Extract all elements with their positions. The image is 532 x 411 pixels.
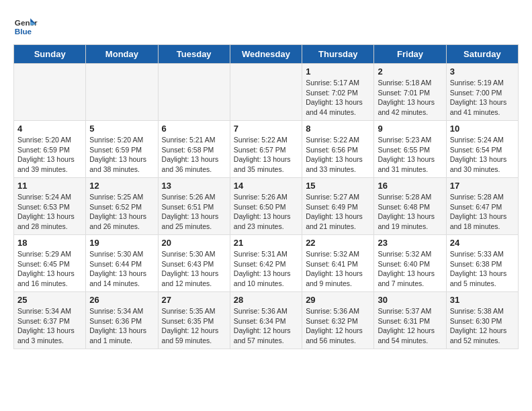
- day-number: 25: [17, 295, 82, 305]
- day-number: 19: [89, 238, 154, 248]
- day-info: Sunrise: 5:38 AM Sunset: 6:30 PM Dayligh…: [450, 306, 515, 346]
- day-number: 14: [234, 181, 298, 191]
- weekday-header-saturday: Saturday: [446, 45, 518, 64]
- weekday-header-row: SundayMondayTuesdayWednesdayThursdayFrid…: [14, 45, 519, 64]
- day-info: Sunrise: 5:35 AM Sunset: 6:35 PM Dayligh…: [162, 306, 226, 346]
- calendar-cell: 4Sunrise: 5:20 AM Sunset: 6:59 PM Daylig…: [14, 121, 86, 178]
- weekday-header-tuesday: Tuesday: [158, 45, 230, 64]
- weekday-header-monday: Monday: [86, 45, 158, 64]
- calendar-cell: 16Sunrise: 5:28 AM Sunset: 6:48 PM Dayli…: [374, 178, 446, 235]
- calendar-cell: 10Sunrise: 5:24 AM Sunset: 6:54 PM Dayli…: [446, 121, 518, 178]
- calendar-cell: 7Sunrise: 5:22 AM Sunset: 6:57 PM Daylig…: [230, 121, 302, 178]
- day-info: Sunrise: 5:28 AM Sunset: 6:47 PM Dayligh…: [450, 192, 515, 232]
- svg-text:Blue: Blue: [15, 27, 32, 36]
- calendar-week-row: 18Sunrise: 5:29 AM Sunset: 6:45 PM Dayli…: [14, 235, 519, 292]
- day-number: 1: [306, 66, 370, 77]
- day-info: Sunrise: 5:30 AM Sunset: 6:43 PM Dayligh…: [162, 249, 226, 289]
- calendar-cell: 2Sunrise: 5:18 AM Sunset: 7:01 PM Daylig…: [374, 64, 446, 121]
- calendar-week-row: 25Sunrise: 5:34 AM Sunset: 6:37 PM Dayli…: [14, 292, 519, 349]
- day-info: Sunrise: 5:25 AM Sunset: 6:52 PM Dayligh…: [89, 192, 154, 232]
- day-number: 23: [378, 238, 442, 248]
- weekday-header-sunday: Sunday: [14, 45, 86, 64]
- day-number: 26: [89, 295, 154, 305]
- weekday-header-thursday: Thursday: [302, 45, 374, 64]
- logo-icon: General Blue: [13, 13, 38, 38]
- calendar-cell: 1Sunrise: 5:17 AM Sunset: 7:02 PM Daylig…: [302, 64, 374, 121]
- day-info: Sunrise: 5:24 AM Sunset: 6:53 PM Dayligh…: [17, 192, 82, 232]
- calendar-week-row: 1Sunrise: 5:17 AM Sunset: 7:02 PM Daylig…: [14, 64, 519, 121]
- day-info: Sunrise: 5:26 AM Sunset: 6:50 PM Dayligh…: [234, 192, 298, 232]
- calendar-cell: 12Sunrise: 5:25 AM Sunset: 6:52 PM Dayli…: [86, 178, 158, 235]
- day-info: Sunrise: 5:29 AM Sunset: 6:45 PM Dayligh…: [17, 249, 82, 289]
- day-info: Sunrise: 5:22 AM Sunset: 6:56 PM Dayligh…: [306, 135, 370, 175]
- day-info: Sunrise: 5:36 AM Sunset: 6:32 PM Dayligh…: [306, 306, 370, 346]
- day-number: 11: [17, 181, 82, 191]
- day-info: Sunrise: 5:32 AM Sunset: 6:41 PM Dayligh…: [306, 249, 370, 289]
- day-number: 31: [450, 295, 515, 305]
- day-number: 13: [162, 181, 226, 191]
- calendar-cell: 27Sunrise: 5:35 AM Sunset: 6:35 PM Dayli…: [158, 292, 230, 349]
- day-number: 24: [450, 238, 515, 248]
- calendar-cell: 3Sunrise: 5:19 AM Sunset: 7:00 PM Daylig…: [446, 64, 518, 121]
- calendar-cell: 23Sunrise: 5:32 AM Sunset: 6:40 PM Dayli…: [374, 235, 446, 292]
- day-number: 5: [89, 124, 154, 134]
- day-info: Sunrise: 5:24 AM Sunset: 6:54 PM Dayligh…: [450, 135, 515, 175]
- day-number: 21: [234, 238, 298, 248]
- calendar-cell: 26Sunrise: 5:34 AM Sunset: 6:36 PM Dayli…: [86, 292, 158, 349]
- calendar-week-row: 11Sunrise: 5:24 AM Sunset: 6:53 PM Dayli…: [14, 178, 519, 235]
- day-info: Sunrise: 5:37 AM Sunset: 6:31 PM Dayligh…: [378, 306, 442, 346]
- day-number: 28: [234, 295, 298, 305]
- calendar-week-row: 4Sunrise: 5:20 AM Sunset: 6:59 PM Daylig…: [14, 121, 519, 178]
- day-info: Sunrise: 5:26 AM Sunset: 6:51 PM Dayligh…: [162, 192, 226, 232]
- calendar-cell: 8Sunrise: 5:22 AM Sunset: 6:56 PM Daylig…: [302, 121, 374, 178]
- calendar-cell: 21Sunrise: 5:31 AM Sunset: 6:42 PM Dayli…: [230, 235, 302, 292]
- calendar-cell: 31Sunrise: 5:38 AM Sunset: 6:30 PM Dayli…: [446, 292, 518, 349]
- calendar-cell: 19Sunrise: 5:30 AM Sunset: 6:44 PM Dayli…: [86, 235, 158, 292]
- day-info: Sunrise: 5:30 AM Sunset: 6:44 PM Dayligh…: [89, 249, 154, 289]
- calendar-cell: 15Sunrise: 5:27 AM Sunset: 6:49 PM Dayli…: [302, 178, 374, 235]
- calendar-cell: 28Sunrise: 5:36 AM Sunset: 6:34 PM Dayli…: [230, 292, 302, 349]
- day-info: Sunrise: 5:22 AM Sunset: 6:57 PM Dayligh…: [234, 135, 298, 175]
- day-info: Sunrise: 5:27 AM Sunset: 6:49 PM Dayligh…: [306, 192, 370, 232]
- day-info: Sunrise: 5:28 AM Sunset: 6:48 PM Dayligh…: [378, 192, 442, 232]
- calendar-table: SundayMondayTuesdayWednesdayThursdayFrid…: [13, 44, 519, 349]
- calendar-cell: 18Sunrise: 5:29 AM Sunset: 6:45 PM Dayli…: [14, 235, 86, 292]
- day-number: 20: [162, 238, 226, 248]
- day-number: 22: [306, 238, 370, 248]
- day-info: Sunrise: 5:34 AM Sunset: 6:36 PM Dayligh…: [89, 306, 154, 346]
- calendar-cell: 13Sunrise: 5:26 AM Sunset: 6:51 PM Dayli…: [158, 178, 230, 235]
- day-number: 10: [450, 124, 515, 134]
- day-number: 30: [378, 295, 442, 305]
- day-number: 7: [234, 124, 298, 134]
- weekday-header-friday: Friday: [374, 45, 446, 64]
- calendar-cell: 11Sunrise: 5:24 AM Sunset: 6:53 PM Dayli…: [14, 178, 86, 235]
- day-number: 8: [306, 124, 370, 134]
- weekday-header-wednesday: Wednesday: [230, 45, 302, 64]
- calendar-cell: 30Sunrise: 5:37 AM Sunset: 6:31 PM Dayli…: [374, 292, 446, 349]
- day-info: Sunrise: 5:17 AM Sunset: 7:02 PM Dayligh…: [306, 78, 370, 118]
- day-number: 27: [162, 295, 226, 305]
- day-info: Sunrise: 5:21 AM Sunset: 6:58 PM Dayligh…: [162, 135, 226, 175]
- day-number: 6: [162, 124, 226, 134]
- calendar-cell: [14, 64, 86, 121]
- calendar-cell: 20Sunrise: 5:30 AM Sunset: 6:43 PM Dayli…: [158, 235, 230, 292]
- calendar-cell: 22Sunrise: 5:32 AM Sunset: 6:41 PM Dayli…: [302, 235, 374, 292]
- day-number: 9: [378, 124, 442, 134]
- page-header: General Blue: [13, 13, 519, 38]
- calendar-cell: 25Sunrise: 5:34 AM Sunset: 6:37 PM Dayli…: [14, 292, 86, 349]
- day-info: Sunrise: 5:34 AM Sunset: 6:37 PM Dayligh…: [17, 306, 82, 346]
- day-number: 2: [378, 66, 442, 77]
- day-number: 4: [17, 124, 82, 134]
- day-info: Sunrise: 5:31 AM Sunset: 6:42 PM Dayligh…: [234, 249, 298, 289]
- calendar-cell: [158, 64, 230, 121]
- day-info: Sunrise: 5:33 AM Sunset: 6:38 PM Dayligh…: [450, 249, 515, 289]
- day-number: 12: [89, 181, 154, 191]
- day-info: Sunrise: 5:19 AM Sunset: 7:00 PM Dayligh…: [450, 78, 515, 118]
- calendar-cell: 6Sunrise: 5:21 AM Sunset: 6:58 PM Daylig…: [158, 121, 230, 178]
- calendar-cell: 14Sunrise: 5:26 AM Sunset: 6:50 PM Dayli…: [230, 178, 302, 235]
- calendar-cell: 24Sunrise: 5:33 AM Sunset: 6:38 PM Dayli…: [446, 235, 518, 292]
- day-number: 16: [378, 181, 442, 191]
- day-info: Sunrise: 5:32 AM Sunset: 6:40 PM Dayligh…: [378, 249, 442, 289]
- calendar-cell: [230, 64, 302, 121]
- day-info: Sunrise: 5:18 AM Sunset: 7:01 PM Dayligh…: [378, 78, 442, 118]
